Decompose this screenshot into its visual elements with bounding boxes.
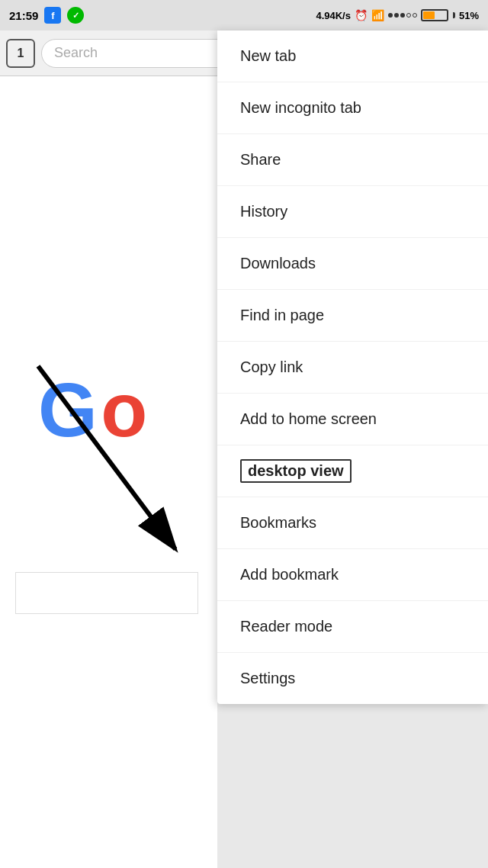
wifi-icon: 📶 (371, 9, 384, 21)
menu-item-new-incognito-tab[interactable]: New incognito tab (217, 82, 488, 134)
status-right: 4.94K/s ⏰ 📶 51% (316, 9, 479, 21)
status-left: 21:59 f ✓ (9, 7, 84, 24)
alarm-icon: ⏰ (355, 9, 368, 21)
menu-item-reader-mode[interactable]: Reader mode (217, 601, 488, 653)
menu-item-add-to-home-screen[interactable]: Add to home screen (217, 394, 488, 445)
status-bar: 21:59 f ✓ 4.94K/s ⏰ 📶 51% (0, 0, 488, 31)
google-logo-partial: G o (38, 366, 147, 454)
search-placeholder: Search (54, 45, 98, 61)
signal-dot-1 (388, 13, 393, 18)
signal-dot-3 (400, 13, 405, 18)
menu-item-history[interactable]: History (217, 186, 488, 238)
menu-item-desktop-view[interactable]: desktop view (217, 445, 488, 497)
battery-tip (453, 12, 455, 18)
menu-item-settings[interactable]: Settings (217, 653, 488, 704)
battery-fill (423, 11, 435, 19)
time-display: 21:59 (9, 9, 38, 22)
menu-item-find-in-page[interactable]: Find in page (217, 290, 488, 342)
signal-dot-5 (413, 13, 417, 18)
bottom-white-rect (15, 572, 198, 614)
menu-item-downloads[interactable]: Downloads (217, 238, 488, 290)
tab-count: 1 (18, 47, 24, 60)
google-g: G (38, 367, 98, 452)
signal-dot-4 (406, 13, 411, 18)
network-speed: 4.94K/s (316, 10, 351, 21)
menu-item-share[interactable]: Share (217, 134, 488, 186)
battery-percent: 51% (459, 10, 479, 21)
google-o: o (101, 367, 147, 452)
menu-item-bookmarks[interactable]: Bookmarks (217, 497, 488, 549)
background-page: G o (0, 76, 217, 868)
desktop-view-label: desktop view (240, 459, 352, 483)
tab-count-box[interactable]: 1 (6, 39, 35, 68)
facebook-icon: f (44, 7, 61, 24)
context-menu: New tab New incognito tab Share History … (217, 31, 488, 704)
signal-dots (388, 13, 417, 18)
menu-item-copy-link[interactable]: Copy link (217, 342, 488, 394)
menu-item-new-tab[interactable]: New tab (217, 31, 488, 82)
battery-indicator (421, 9, 448, 21)
messenger-icon: ✓ (67, 7, 84, 24)
menu-item-add-bookmark[interactable]: Add bookmark (217, 549, 488, 601)
signal-dot-2 (394, 13, 399, 18)
